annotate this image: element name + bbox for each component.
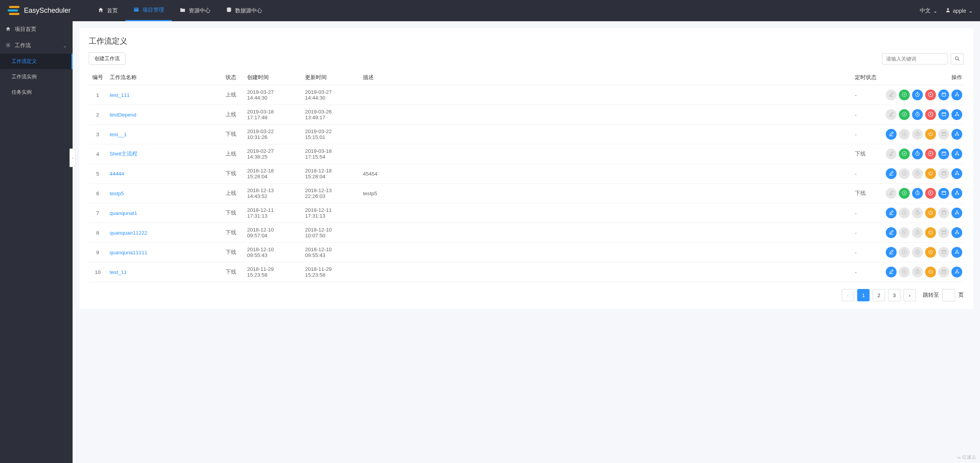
timing-button[interactable] <box>912 188 923 199</box>
cell-create: 2018-12-1815:28:04 <box>244 164 302 184</box>
tree-icon <box>955 151 960 157</box>
cell-name: test__1 <box>107 125 222 144</box>
run-button <box>899 208 910 218</box>
run-icon <box>902 151 907 157</box>
cron-button <box>938 227 949 238</box>
workflow-link[interactable]: testp5 <box>110 191 124 196</box>
cron-button[interactable] <box>938 109 949 120</box>
svg-rect-70 <box>955 272 956 273</box>
svg-rect-14 <box>958 95 959 96</box>
cell-index: 7 <box>89 203 107 223</box>
page-next-button[interactable]: › <box>904 289 916 301</box>
sidebar-collapse-button[interactable]: ‹ <box>70 149 76 167</box>
sidebar-sub-item[interactable]: 工作流定义 <box>0 54 73 69</box>
run-button[interactable] <box>899 109 910 120</box>
run-icon <box>902 210 907 216</box>
online-toggle-button[interactable] <box>925 109 936 120</box>
cell-actions <box>883 184 964 203</box>
timing-button[interactable] <box>912 109 923 120</box>
sidebar-item-project-home[interactable]: 项目首页 <box>0 21 73 37</box>
page-number-button[interactable]: 2 <box>873 289 885 301</box>
page-jump-input[interactable] <box>942 289 955 301</box>
page-prev-button[interactable]: ‹ <box>842 289 854 301</box>
run-button[interactable] <box>899 90 910 100</box>
folder-icon <box>180 7 186 14</box>
online-toggle-button[interactable] <box>925 188 936 199</box>
workflow-link[interactable]: testDepend <box>110 112 136 118</box>
run-icon <box>902 171 907 177</box>
page-number-button[interactable]: 3 <box>888 289 900 301</box>
tree-button[interactable] <box>951 90 962 100</box>
cron-button[interactable] <box>938 90 949 100</box>
run-button[interactable] <box>899 188 910 199</box>
tree-button[interactable] <box>951 168 962 179</box>
workflow-link[interactable]: quanquna11111 <box>110 250 148 255</box>
online-toggle-icon <box>928 249 933 256</box>
edit-button[interactable] <box>886 129 897 140</box>
online-toggle-button[interactable] <box>925 247 936 258</box>
nav-item-project[interactable]: 项目管理 <box>125 0 172 21</box>
content-area: 工作流定义 创建工作流 编号 工作流名称 状态 创建时间 <box>73 21 980 463</box>
page-number-button[interactable]: 1 <box>857 289 870 301</box>
edit-button[interactable] <box>886 227 897 238</box>
cell-create: 2018-12-1314:43:52 <box>244 184 302 203</box>
tree-icon <box>955 112 960 118</box>
tree-button[interactable] <box>951 188 962 199</box>
nav-item-database[interactable]: 数据源中心 <box>218 0 270 21</box>
tree-button[interactable] <box>951 149 962 159</box>
sidebar-sub-item[interactable]: 任务实例 <box>0 84 73 100</box>
run-button[interactable] <box>899 149 910 159</box>
search-button[interactable] <box>951 53 964 64</box>
search-input[interactable] <box>882 53 948 64</box>
nav-item-folder[interactable]: 资源中心 <box>172 0 218 21</box>
workflow-link[interactable]: test_111 <box>110 92 130 98</box>
edit-button[interactable] <box>886 168 897 179</box>
workflow-link[interactable]: Shell主流程 <box>110 151 137 157</box>
language-switcher[interactable]: 中文 ⌄ <box>920 7 938 14</box>
online-toggle-button[interactable] <box>925 129 936 140</box>
online-toggle-button[interactable] <box>925 149 936 159</box>
create-workflow-button[interactable]: 创建工作流 <box>89 52 125 65</box>
workflow-link[interactable]: test__1 <box>110 132 127 137</box>
top-navbar: EasyScheduler 首页项目管理资源中心数据源中心 中文 ⌄ apple… <box>0 0 980 21</box>
chevron-down-icon: ⌄ <box>933 8 938 14</box>
tree-button[interactable] <box>951 208 962 218</box>
online-toggle-button[interactable] <box>925 208 936 218</box>
edit-button[interactable] <box>886 208 897 218</box>
workflow-link[interactable]: 44444 <box>110 171 124 177</box>
edit-button[interactable] <box>886 267 897 277</box>
online-toggle-button[interactable] <box>925 267 936 277</box>
table-row: 4 Shell主流程 上线 2019-02-2714:38:25 2019-03… <box>89 144 964 164</box>
page-suffix: 页 <box>958 292 964 299</box>
user-menu[interactable]: apple ⌄ <box>945 7 973 14</box>
svg-rect-13 <box>955 95 956 96</box>
svg-rect-68 <box>942 270 946 274</box>
svg-rect-53 <box>958 213 959 214</box>
cell-update: 2019-03-2714:44:30 <box>302 85 360 105</box>
cron-button[interactable] <box>938 149 949 159</box>
online-toggle-button[interactable] <box>925 168 936 179</box>
cell-state: 下线 <box>222 164 244 184</box>
workflow-link[interactable]: test_11 <box>110 269 127 275</box>
tree-button[interactable] <box>951 247 962 258</box>
cell-desc <box>360 125 852 144</box>
timing-button[interactable] <box>912 149 923 159</box>
sidebar-item-workflow[interactable]: 工作流 ⌄ <box>0 37 73 54</box>
edit-button[interactable] <box>886 247 897 258</box>
tree-button[interactable] <box>951 267 962 277</box>
timing-button[interactable] <box>912 90 923 100</box>
nav-item-home[interactable]: 首页 <box>90 0 125 21</box>
tree-button[interactable] <box>951 227 962 238</box>
cell-state: 上线 <box>222 144 244 164</box>
cron-icon <box>941 171 946 177</box>
online-toggle-button[interactable] <box>925 90 936 100</box>
svg-rect-11 <box>942 93 946 96</box>
online-toggle-button[interactable] <box>925 227 936 238</box>
workflow-link[interactable]: quanquan11222 <box>110 230 148 236</box>
tree-button[interactable] <box>951 109 962 120</box>
sidebar-sub-item[interactable]: 工作流实例 <box>0 69 73 84</box>
workflow-link[interactable]: quanqunat1 <box>110 210 137 216</box>
tree-button[interactable] <box>951 129 962 140</box>
brand-logo[interactable]: EasyScheduler <box>7 5 71 17</box>
cron-button[interactable] <box>938 188 949 199</box>
